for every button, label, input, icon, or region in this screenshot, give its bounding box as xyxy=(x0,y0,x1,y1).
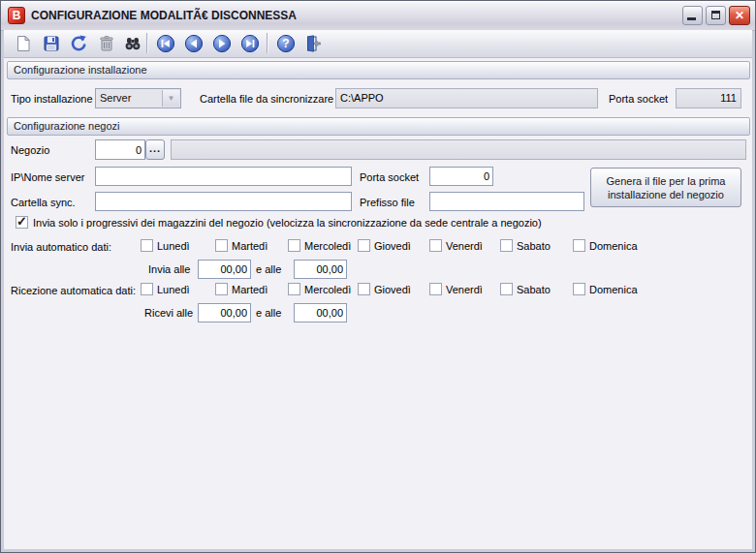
previous-record-icon xyxy=(184,34,204,53)
ricezione-automatica-label: Ricezione automatica dati: xyxy=(11,285,136,296)
ricevi-e-alle-label: e alle xyxy=(256,307,281,319)
invia-day-martedi-label: Martedì xyxy=(232,240,268,252)
ricezione-day-sabato-checkbox[interactable] xyxy=(500,283,513,295)
invia-day-lunedi-checkbox[interactable] xyxy=(141,239,153,252)
invia-time2-input[interactable] xyxy=(294,260,347,279)
app-icon: B xyxy=(8,7,25,24)
maximize-icon xyxy=(711,11,720,19)
negozio-browse-button[interactable]: ... xyxy=(145,139,165,160)
tipo-installazione-label: Tipo installazione xyxy=(11,93,93,105)
ricezione-day-giovedi-checkbox[interactable] xyxy=(358,283,370,295)
exit-icon xyxy=(302,34,322,53)
toolbar-separator xyxy=(146,33,147,53)
ricezione-day-domenica-checkbox[interactable] xyxy=(573,283,585,295)
ricezione-day-venerdi-label: Venerdì xyxy=(446,284,483,295)
invia-automatico-label: Invia automatico dati: xyxy=(11,241,111,253)
porta-socket-negozio-input[interactable] xyxy=(429,167,493,186)
section-header-negozi: Configurazione negozi xyxy=(7,117,750,136)
prefisso-file-input[interactable] xyxy=(429,192,584,211)
ricezione-day-martedi-checkbox[interactable] xyxy=(215,283,228,295)
help-icon: ? xyxy=(276,34,296,53)
invia-day-domenica-checkbox[interactable] xyxy=(573,239,585,252)
invia-time1-input[interactable] xyxy=(198,260,251,279)
progressivi-checkbox[interactable] xyxy=(16,216,28,229)
invia-day-mercoledi-label: Mercoledì xyxy=(304,240,351,252)
next-record-button[interactable] xyxy=(210,32,234,55)
ricezione-day-domenica-label: Domenica xyxy=(589,284,638,295)
titlebar: B CONFIGURAZIONE MODALITÃ€ DISCONNESSA ✕ xyxy=(1,1,755,31)
invia-e-alle-label: e alle xyxy=(256,263,281,275)
last-record-icon xyxy=(240,34,260,53)
find-icon xyxy=(123,34,142,53)
minimize-button[interactable] xyxy=(682,6,703,25)
ricezione-day-giovedi-label: Giovedì xyxy=(374,284,411,295)
invia-day-martedi-checkbox[interactable] xyxy=(215,239,228,252)
find-button[interactable] xyxy=(121,32,144,55)
ip-server-input[interactable] xyxy=(95,167,352,186)
ricezione-day-lunedi-label: Lunedì xyxy=(157,284,190,295)
cartella-sincronizzare-label: Cartella file da sincronizzare xyxy=(200,93,333,105)
invia-alle-label: Invia alle xyxy=(148,263,190,275)
porta-socket-installazione-label: Porta socket xyxy=(609,93,668,105)
invia-day-venerdi-checkbox[interactable] xyxy=(429,239,442,252)
minimize-icon xyxy=(687,17,696,20)
cartella-sincronizzare-field: C:\APPO xyxy=(335,88,598,108)
delete-button[interactable] xyxy=(95,32,118,55)
first-record-button[interactable] xyxy=(154,32,177,55)
last-record-button[interactable] xyxy=(238,32,262,55)
invia-day-mercoledi-checkbox[interactable] xyxy=(288,239,300,252)
window-title: CONFIGURAZIONE MODALITÃ€ DISCONNESSA xyxy=(31,9,297,22)
invia-day-sabato-checkbox[interactable] xyxy=(500,239,513,252)
ip-server-label: IP\Nome server xyxy=(11,171,84,183)
toolbar: ? xyxy=(4,30,752,58)
porta-socket-negozio-label: Porta socket xyxy=(360,171,419,183)
save-button[interactable] xyxy=(40,32,63,55)
tipo-installazione-value: Server xyxy=(100,92,131,104)
invia-day-giovedi-checkbox[interactable] xyxy=(358,239,370,252)
section-header-installazione: Configurazione installazione xyxy=(7,61,750,79)
negozio-input[interactable] xyxy=(95,139,145,160)
previous-record-button[interactable] xyxy=(182,32,205,55)
genera-file-button[interactable]: Genera il file per la prima installazion… xyxy=(590,168,741,207)
progressivi-label: Invia solo i progressivi dei magazzini d… xyxy=(33,217,542,229)
negozio-description-field xyxy=(171,139,746,160)
cartella-sync-input[interactable] xyxy=(95,192,352,211)
negozio-label: Negozio xyxy=(11,144,49,156)
ricezione-day-mercoledi-label: Mercoledì xyxy=(304,284,351,295)
close-button[interactable]: ✕ xyxy=(729,6,750,25)
porta-socket-installazione-field: 111 xyxy=(676,88,741,108)
chevron-down-icon: ▼ xyxy=(162,90,179,107)
undo-icon xyxy=(69,34,88,53)
ricevi-time1-input[interactable] xyxy=(198,303,251,323)
delete-icon xyxy=(97,34,116,53)
toolbar-separator xyxy=(267,33,268,53)
maximize-button[interactable] xyxy=(706,6,726,25)
invia-day-lunedi-label: Lunedì xyxy=(157,240,190,252)
app-window: B CONFIGURAZIONE MODALITÃ€ DISCONNESSA ✕ xyxy=(0,0,756,553)
ricezione-day-venerdi-checkbox[interactable] xyxy=(429,283,442,295)
ricevi-alle-label: Ricevi alle xyxy=(144,307,193,319)
save-icon xyxy=(42,34,61,53)
tipo-installazione-select: Server ▼ xyxy=(95,88,181,108)
new-record-icon xyxy=(14,34,33,53)
invia-day-giovedi-label: Giovedì xyxy=(374,240,411,252)
first-record-icon xyxy=(156,34,175,53)
ricevi-time2-input[interactable] xyxy=(294,303,347,323)
invia-day-sabato-label: Sabato xyxy=(517,240,551,252)
prefisso-file-label: Prefisso file xyxy=(360,197,415,208)
ricezione-day-sabato-label: Sabato xyxy=(517,284,551,295)
ricezione-day-mercoledi-checkbox[interactable] xyxy=(288,283,300,295)
help-button[interactable]: ? xyxy=(274,32,298,55)
invia-day-domenica-label: Domenica xyxy=(589,240,638,252)
exit-button[interactable] xyxy=(300,32,324,55)
undo-button[interactable] xyxy=(67,32,90,55)
next-record-icon xyxy=(212,34,232,53)
svg-text:?: ? xyxy=(282,37,289,50)
invia-day-venerdi-label: Venerdì xyxy=(446,240,483,252)
ricezione-day-lunedi-checkbox[interactable] xyxy=(141,283,153,295)
ricezione-day-martedi-label: Martedì xyxy=(232,284,268,295)
new-record-button[interactable] xyxy=(12,32,35,55)
cartella-sync-label: Cartella sync. xyxy=(11,197,76,208)
